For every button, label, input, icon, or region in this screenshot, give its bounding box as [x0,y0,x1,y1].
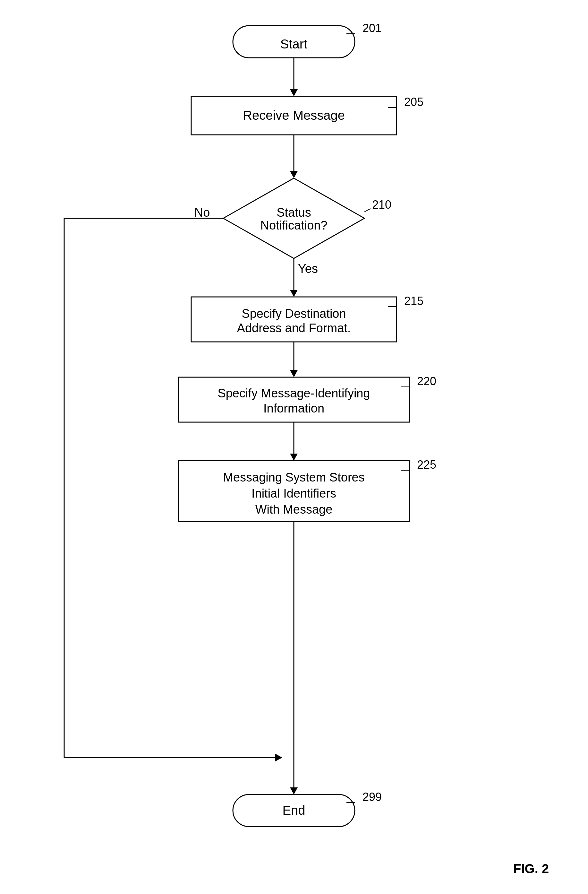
no-label: No [194,206,210,219]
ref-215: 215 [404,294,424,308]
ref-225: 225 [417,458,436,471]
specify-message-label-line1: Specify Message-Identifying [217,387,370,400]
specify-destination-label-line1: Specify Destination [241,307,346,320]
status-notification-label-line2: Notification? [260,219,327,232]
ref-220: 220 [417,375,436,388]
start-label: Start [280,37,307,51]
flowchart-diagram: Start 201 Receive Message 205 Status Not… [0,0,588,894]
status-notification-label-line1: Status [276,206,311,219]
ref-299: 299 [362,790,382,803]
specify-message-label-line2: Information [263,402,324,415]
ref-205: 205 [404,95,424,109]
ref-201: 201 [362,21,382,35]
fig-label: FIG. 2 [513,862,549,876]
end-label: End [282,803,305,817]
yes-label: Yes [298,262,318,275]
messaging-system-stores-label-line3: With Message [255,503,333,516]
messaging-system-stores-label-line2: Initial Identifiers [252,487,336,500]
ref-210: 210 [372,198,391,211]
receive-message-label: Receive Message [243,108,345,122]
specify-destination-label-line2: Address and Format. [237,321,351,335]
messaging-system-stores-label-line1: Messaging System Stores [223,471,365,484]
